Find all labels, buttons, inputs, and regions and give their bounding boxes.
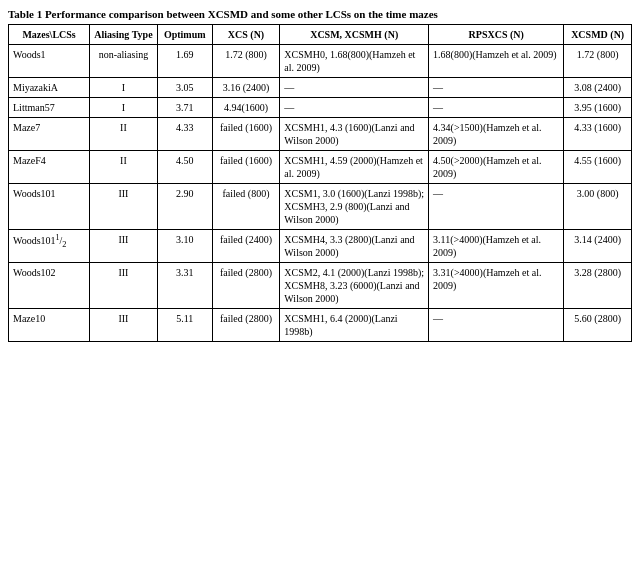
cell-xcsmd: 3.95 (1600) [564, 98, 632, 118]
cell-aliasing: II [90, 118, 158, 151]
cell-xcs: failed (2400) [212, 230, 280, 263]
header-optimum: Optimum [157, 25, 212, 45]
cell-xcs: failed (1600) [212, 151, 280, 184]
cell-xcsmd: 3.08 (2400) [564, 78, 632, 98]
cell-optimum: 5.11 [157, 309, 212, 342]
cell-optimum: 4.50 [157, 151, 212, 184]
cell-rpsxcs: 4.50(>2000)(Hamzeh et al. 2009) [429, 151, 564, 184]
cell-xcs: 1.72 (800) [212, 45, 280, 78]
cell-maze: Maze7 [9, 118, 90, 151]
cell-xcsmh: — [280, 98, 429, 118]
comparison-table: Mazes\LCSs Aliasing Type Optimum XCS (N)… [8, 24, 632, 342]
cell-aliasing: I [90, 78, 158, 98]
cell-rpsxcs: — [429, 98, 564, 118]
cell-aliasing: II [90, 151, 158, 184]
table-row: Littman57I3.714.94(1600)——3.95 (1600) [9, 98, 632, 118]
table-row: Woods102III3.31failed (2800)XCSM2, 4.1 (… [9, 263, 632, 309]
cell-optimum: 3.05 [157, 78, 212, 98]
table-row: Woods101III2.90failed (800)XCSM1, 3.0 (1… [9, 184, 632, 230]
cell-maze: Maze10 [9, 309, 90, 342]
cell-aliasing: III [90, 263, 158, 309]
cell-rpsxcs: 4.34(>1500)(Hamzeh et al. 2009) [429, 118, 564, 151]
cell-xcsmd: 3.28 (2800) [564, 263, 632, 309]
header-aliasing: Aliasing Type [90, 25, 158, 45]
cell-maze: Woods102 [9, 263, 90, 309]
cell-xcsmh: XCSMH1, 6.4 (2000)(Lanzi 1998b) [280, 309, 429, 342]
header-maze: Mazes\LCSs [9, 25, 90, 45]
table-row: MazeF4II4.50failed (1600)XCSMH1, 4.59 (2… [9, 151, 632, 184]
cell-rpsxcs: 3.31(>4000)(Hamzeh et al. 2009) [429, 263, 564, 309]
cell-xcs: failed (2800) [212, 263, 280, 309]
cell-aliasing: III [90, 230, 158, 263]
table-row: MiyazakiAI3.053.16 (2400)——3.08 (2400) [9, 78, 632, 98]
cell-xcsmh: XCSMH0, 1.68(800)(Hamzeh et al. 2009) [280, 45, 429, 78]
cell-aliasing: III [90, 309, 158, 342]
cell-optimum: 3.10 [157, 230, 212, 263]
cell-aliasing: non-aliasing [90, 45, 158, 78]
cell-xcsmd: 3.14 (2400) [564, 230, 632, 263]
cell-optimum: 3.71 [157, 98, 212, 118]
cell-xcsmd: 1.72 (800) [564, 45, 632, 78]
cell-xcsmh: — [280, 78, 429, 98]
cell-xcs: failed (2800) [212, 309, 280, 342]
table-row: Maze7II4.33failed (1600)XCSMH1, 4.3 (160… [9, 118, 632, 151]
header-xcsmh: XCSM, XCSMH (N) [280, 25, 429, 45]
cell-xcsmd: 4.55 (1600) [564, 151, 632, 184]
cell-maze: MazeF4 [9, 151, 90, 184]
cell-xcsmh: XCSM2, 4.1 (2000)(Lanzi 1998b); XCSMH8, … [280, 263, 429, 309]
cell-rpsxcs: — [429, 309, 564, 342]
cell-optimum: 3.31 [157, 263, 212, 309]
cell-rpsxcs: — [429, 184, 564, 230]
table-row: Woods1non-aliasing1.691.72 (800)XCSMH0, … [9, 45, 632, 78]
cell-optimum: 2.90 [157, 184, 212, 230]
cell-xcsmh: XCSMH1, 4.59 (2000)(Hamzeh et al. 2009) [280, 151, 429, 184]
header-rpsxcs: RPSXCS (N) [429, 25, 564, 45]
cell-xcs: failed (1600) [212, 118, 280, 151]
cell-xcsmh: XCSMH4, 3.3 (2800)(Lanzi and Wilson 2000… [280, 230, 429, 263]
table-row: Woods1011/2III3.10failed (2400)XCSMH4, 3… [9, 230, 632, 263]
cell-maze: Woods101 [9, 184, 90, 230]
cell-rpsxcs: 1.68(800)(Hamzeh et al. 2009) [429, 45, 564, 78]
cell-rpsxcs: — [429, 78, 564, 98]
cell-rpsxcs: 3.11(>4000)(Hamzeh et al. 2009) [429, 230, 564, 263]
cell-maze: MiyazakiA [9, 78, 90, 98]
cell-maze: Littman57 [9, 98, 90, 118]
table-row: Maze10III5.11failed (2800)XCSMH1, 6.4 (2… [9, 309, 632, 342]
cell-xcsmh: XCSMH1, 4.3 (1600)(Lanzi and Wilson 2000… [280, 118, 429, 151]
cell-xcs: 3.16 (2400) [212, 78, 280, 98]
cell-optimum: 4.33 [157, 118, 212, 151]
header-xcsmd: XCSMD (N) [564, 25, 632, 45]
cell-maze: Woods1011/2 [9, 230, 90, 263]
cell-xcsmd: 4.33 (1600) [564, 118, 632, 151]
cell-xcsmh: XCSM1, 3.0 (1600)(Lanzi 1998b); XCSMH3, … [280, 184, 429, 230]
cell-maze: Woods1 [9, 45, 90, 78]
header-xcs: XCS (N) [212, 25, 280, 45]
cell-aliasing: III [90, 184, 158, 230]
cell-xcsmd: 3.00 (800) [564, 184, 632, 230]
table-title: Table 1 Performance comparison between X… [8, 8, 632, 20]
cell-xcs: failed (800) [212, 184, 280, 230]
cell-xcs: 4.94(1600) [212, 98, 280, 118]
cell-aliasing: I [90, 98, 158, 118]
cell-xcsmd: 5.60 (2800) [564, 309, 632, 342]
cell-optimum: 1.69 [157, 45, 212, 78]
